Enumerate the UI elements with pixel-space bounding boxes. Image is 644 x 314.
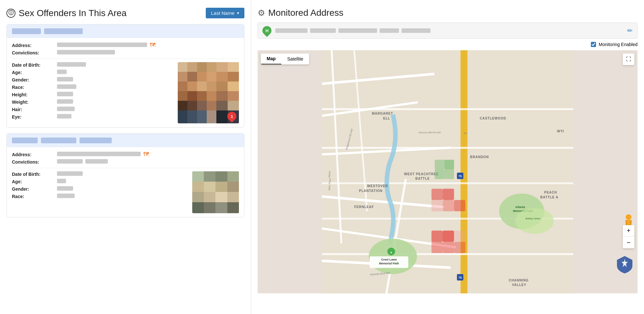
dob-row-2: Date of Birth: bbox=[12, 171, 186, 177]
name-block-2b bbox=[41, 138, 76, 143]
sort-button[interactable]: Last Name bbox=[206, 8, 244, 18]
detail-section-2: Date of Birth: Age: Gender: Race: bbox=[12, 171, 239, 213]
svg-text:FERNLEAF: FERNLEAF bbox=[354, 205, 374, 209]
svg-text:▲: ▲ bbox=[395, 262, 398, 265]
svg-rect-40 bbox=[215, 171, 227, 182]
svg-rect-21 bbox=[197, 91, 207, 101]
gender-row-1: Gender: bbox=[12, 77, 171, 82]
dob-value-2 bbox=[57, 171, 83, 176]
svg-rect-43 bbox=[204, 182, 215, 192]
svg-rect-103 bbox=[443, 200, 454, 211]
svg-rect-49 bbox=[227, 192, 239, 202]
right-title: Monitored Address bbox=[268, 8, 343, 18]
svg-text:▲: ▲ bbox=[390, 251, 393, 254]
eye-value-1 bbox=[57, 114, 71, 119]
svg-rect-35 bbox=[216, 110, 228, 123]
section-title: ⓘ Sex Offenders In This Area bbox=[6, 8, 127, 18]
svg-rect-42 bbox=[192, 182, 204, 192]
zoom-out-button[interactable]: − bbox=[623, 237, 634, 248]
gender-label-1: Gender: bbox=[12, 77, 57, 82]
svg-text:MARGARET: MARGARET bbox=[372, 112, 393, 115]
svg-rect-53 bbox=[227, 202, 239, 213]
addr-seg-1 bbox=[275, 28, 308, 33]
svg-rect-31 bbox=[178, 110, 187, 123]
race-row-1: Race: bbox=[12, 84, 171, 90]
svg-rect-104 bbox=[454, 200, 465, 211]
name-block-2 bbox=[44, 28, 83, 34]
svg-rect-17 bbox=[216, 81, 228, 91]
fullscreen-button[interactable]: ⛶ bbox=[623, 53, 634, 65]
svg-text:ELL: ELL bbox=[383, 117, 390, 120]
hair-label-1: Hair: bbox=[12, 107, 57, 112]
convictions-value-2a bbox=[57, 159, 83, 164]
height-label-1: Height: bbox=[12, 92, 57, 97]
tab-map[interactable]: Map bbox=[261, 53, 281, 64]
dob-label-1: Date of Birth: bbox=[12, 62, 57, 68]
address-label-2: Address: bbox=[12, 152, 57, 157]
age-label-2: Age: bbox=[12, 179, 57, 184]
home-pin-icon: H bbox=[260, 24, 273, 37]
gender-label-2: Gender: bbox=[12, 186, 57, 192]
svg-rect-9 bbox=[197, 72, 207, 81]
weight-row-1: Weight: bbox=[12, 99, 171, 105]
svg-rect-6 bbox=[228, 62, 239, 72]
map-icon-1[interactable]: 🗺 bbox=[150, 42, 156, 49]
svg-rect-48 bbox=[215, 192, 227, 202]
card-body-2: Address: 🗺 Convictions: Date of Birth: A… bbox=[7, 147, 244, 217]
svg-rect-112 bbox=[435, 160, 444, 169]
address-label-1: Address: bbox=[12, 43, 57, 48]
detail-fields-2: Date of Birth: Age: Gender: Race: bbox=[12, 171, 186, 213]
photo-svg-2 bbox=[192, 171, 239, 213]
name-block-2c bbox=[80, 138, 112, 143]
dob-row-1: Date of Birth: bbox=[12, 62, 171, 68]
monitoring-label: Monitoring Enabled bbox=[599, 42, 638, 47]
svg-text:75: 75 bbox=[459, 276, 462, 279]
right-header: ⚙ Monitored Address bbox=[258, 8, 638, 18]
card-body-1: Address: 🗺 Convictions: Date of Birth: A… bbox=[7, 38, 244, 127]
gear-icon: ⚙ bbox=[258, 8, 265, 18]
svg-text:BATTLE A: BATTLE A bbox=[540, 195, 558, 199]
svg-rect-11 bbox=[216, 72, 228, 81]
svg-rect-34 bbox=[207, 110, 216, 123]
svg-rect-50 bbox=[192, 202, 204, 213]
name-block-1 bbox=[12, 28, 41, 34]
svg-rect-7 bbox=[178, 72, 187, 81]
svg-text:PLANTATION: PLANTATION bbox=[359, 189, 383, 193]
card-header-1 bbox=[7, 24, 244, 38]
info-icon: ⓘ bbox=[6, 9, 15, 18]
edit-icon[interactable]: ✏ bbox=[627, 27, 633, 34]
svg-rect-30 bbox=[228, 101, 239, 110]
svg-text:BRANDON: BRANDON bbox=[470, 155, 489, 159]
svg-rect-12 bbox=[228, 72, 239, 81]
offender-card-2: Address: 🗺 Convictions: Date of Birth: A… bbox=[6, 133, 244, 217]
svg-rect-18 bbox=[228, 81, 239, 91]
age-row-1: Age: bbox=[12, 70, 171, 75]
address-value-2 bbox=[57, 152, 141, 156]
detail-fields-1: Date of Birth: Age: Gender: Race: bbox=[12, 62, 171, 123]
hair-row-1: Hair: bbox=[12, 107, 171, 112]
svg-text:Mo: Mo bbox=[464, 132, 468, 135]
svg-text:Bobby Jones: Bobby Jones bbox=[526, 217, 540, 220]
address-bar: H ✏ bbox=[258, 23, 638, 39]
race-value-1 bbox=[57, 84, 76, 89]
tab-satellite[interactable]: Satellite bbox=[281, 53, 309, 64]
offender-photo-2 bbox=[192, 171, 239, 213]
age-label-1: Age: bbox=[12, 70, 57, 75]
zoom-in-button[interactable]: + bbox=[623, 225, 634, 237]
card-header-2 bbox=[7, 134, 244, 147]
svg-text:CHANNING: CHANNING bbox=[509, 279, 529, 282]
monitoring-checkbox[interactable] bbox=[591, 42, 596, 47]
svg-rect-102 bbox=[443, 189, 454, 200]
shield-svg bbox=[615, 255, 634, 274]
svg-rect-22 bbox=[207, 91, 216, 101]
eye-label-1: Eye: bbox=[12, 114, 57, 119]
svg-rect-15 bbox=[197, 81, 207, 91]
addr-seg-5 bbox=[402, 28, 431, 33]
height-value-1 bbox=[57, 92, 73, 96]
map-icon-2[interactable]: 🗺 bbox=[143, 151, 149, 158]
svg-rect-108 bbox=[443, 242, 454, 253]
gender-row-2: Gender: bbox=[12, 186, 186, 192]
svg-rect-3 bbox=[197, 62, 207, 72]
weight-label-1: Weight: bbox=[12, 100, 57, 105]
section-header: ⓘ Sex Offenders In This Area Last Name bbox=[6, 8, 244, 18]
